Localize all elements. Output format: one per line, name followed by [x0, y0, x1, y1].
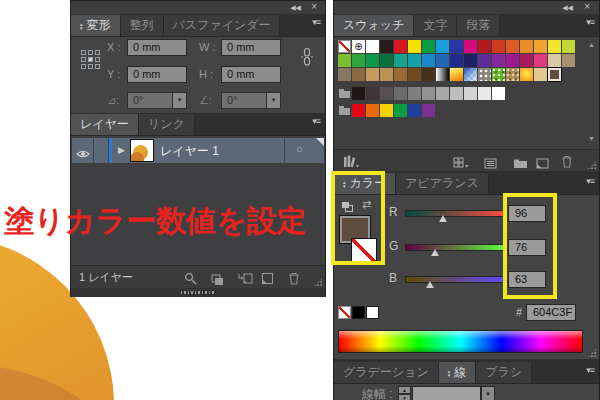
delete-icon[interactable] [561, 154, 573, 172]
swatch[interactable] [422, 104, 435, 117]
green-slider-thumb[interactable] [431, 249, 439, 256]
swatch[interactable] [478, 87, 491, 100]
color-spectrum-bar[interactable] [338, 330, 583, 353]
swatch[interactable] [422, 54, 435, 67]
swatch[interactable] [380, 54, 393, 67]
swatch[interactable] [450, 54, 463, 67]
red-slider-thumb[interactable] [439, 215, 447, 222]
swatch[interactable] [478, 40, 491, 53]
swatch[interactable] [506, 54, 519, 67]
swatch[interactable] [380, 40, 393, 53]
swatch[interactable] [380, 68, 393, 81]
swatch[interactable] [548, 54, 561, 67]
swatch-gbw[interactable] [436, 68, 449, 81]
panel-drag-strip[interactable] [71, 288, 325, 297]
right-panel-titlebar[interactable]: ◀◀ × [334, 1, 599, 15]
scroll-up-icon[interactable]: ▲ [588, 41, 595, 48]
resize-grip[interactable] [587, 160, 597, 170]
none-swatch[interactable] [338, 306, 351, 319]
swatch[interactable] [562, 40, 575, 53]
resize-grip[interactable] [587, 348, 597, 358]
swatch-reg[interactable]: ⊕ [352, 40, 365, 53]
swatch-gyr[interactable] [520, 68, 533, 81]
swatch[interactable] [534, 54, 547, 67]
tab-transform[interactable]: ▴▾ 変形 [71, 15, 121, 36]
swatch[interactable] [422, 68, 435, 81]
h-input[interactable]: 0 mm [221, 66, 281, 83]
white-swatch[interactable] [366, 306, 379, 319]
collapse-to-icons-icon[interactable]: ◀◀ [562, 2, 573, 13]
swatch[interactable] [366, 87, 379, 100]
tab-links[interactable]: リンク [139, 114, 195, 135]
tab-appearance[interactable]: アピアランス [396, 173, 489, 194]
stroke-width-stepper[interactable]: ▲ ▼ [398, 386, 411, 400]
resize-grip[interactable] [313, 277, 323, 287]
swatch[interactable] [436, 54, 449, 67]
swatch[interactable] [366, 54, 379, 67]
collapse-to-icons-icon[interactable]: ◀◀ [290, 2, 301, 13]
scroll-down-icon[interactable]: ▼ [588, 135, 595, 142]
swatch[interactable] [534, 68, 547, 81]
locate-object-icon[interactable] [184, 271, 197, 289]
tab-paragraph[interactable]: 段落 [457, 15, 500, 36]
swatch-pgreen[interactable] [492, 68, 505, 81]
swatch[interactable] [506, 40, 519, 53]
hex-input[interactable]: 604C3F [526, 304, 576, 321]
swatch[interactable] [422, 87, 435, 100]
panel-menu-icon[interactable]: ▾≡ [312, 116, 320, 126]
swatch[interactable] [562, 54, 575, 67]
swatch[interactable] [408, 54, 421, 67]
step-up-icon[interactable]: ▲ [398, 386, 411, 394]
swatch[interactable] [436, 87, 449, 100]
swatch[interactable] [492, 54, 505, 67]
shear-dropdown[interactable]: 0° ▼ [221, 92, 281, 109]
swatch-psand[interactable] [506, 68, 519, 81]
reference-point-locator[interactable] [81, 50, 100, 69]
tab-stroke[interactable]: ▴▾ 線 [439, 362, 477, 383]
swatch[interactable] [450, 87, 463, 100]
stroke-width-field[interactable] [412, 386, 481, 400]
swatch[interactable] [464, 40, 477, 53]
green-slider-track[interactable] [405, 244, 507, 251]
swatch[interactable] [352, 104, 365, 117]
new-sublayer-icon[interactable] [238, 271, 253, 289]
swatch[interactable] [450, 40, 463, 53]
chevron-down-icon[interactable]: ▼ [266, 93, 280, 108]
layer-thumbnail[interactable] [130, 139, 154, 162]
swatch[interactable] [492, 40, 505, 53]
swatch[interactable] [352, 68, 365, 81]
layer-row[interactable]: ▶ レイヤー 1 ○ [72, 138, 324, 163]
black-swatch[interactable] [352, 306, 365, 319]
chevron-down-icon[interactable]: ▼ [172, 93, 186, 108]
x-input[interactable]: 0 mm [127, 39, 187, 56]
swatch[interactable] [520, 54, 533, 67]
swatch[interactable] [534, 40, 547, 53]
swatch-none[interactable] [338, 40, 351, 53]
swatch[interactable] [394, 54, 407, 67]
delete-icon[interactable] [288, 271, 300, 289]
blue-slider-thumb[interactable] [426, 281, 434, 288]
red-slider-track[interactable] [405, 210, 507, 217]
panel-menu-icon[interactable]: ▾≡ [312, 17, 320, 27]
swatch-gyo[interactable] [450, 68, 463, 81]
swatch-selected[interactable] [548, 68, 561, 81]
step-down-icon[interactable]: ▼ [398, 394, 411, 400]
swatch[interactable] [366, 104, 379, 117]
target-circle-icon[interactable]: ○ [296, 143, 303, 155]
swatch[interactable] [394, 87, 407, 100]
swatch[interactable] [492, 87, 505, 100]
tab-character[interactable]: 文字 [414, 15, 457, 36]
swatch[interactable] [408, 40, 421, 53]
swatch[interactable] [394, 68, 407, 81]
tab-brushes[interactable]: ブラシ [476, 362, 532, 383]
swatch[interactable] [394, 40, 407, 53]
tab-pathfinder[interactable]: パスファインダー [164, 15, 281, 36]
swatch[interactable] [380, 87, 393, 100]
w-input[interactable]: 0 mm [221, 39, 281, 56]
swatch[interactable] [408, 87, 421, 100]
tab-gradient[interactable]: グラデーション [334, 362, 439, 383]
chevron-down-icon[interactable]: ▼ [481, 386, 495, 400]
swatch[interactable] [366, 40, 379, 53]
panel-menu-icon[interactable]: ▾≡ [586, 17, 594, 27]
expand-triangle-icon[interactable]: ▶ [118, 145, 125, 155]
